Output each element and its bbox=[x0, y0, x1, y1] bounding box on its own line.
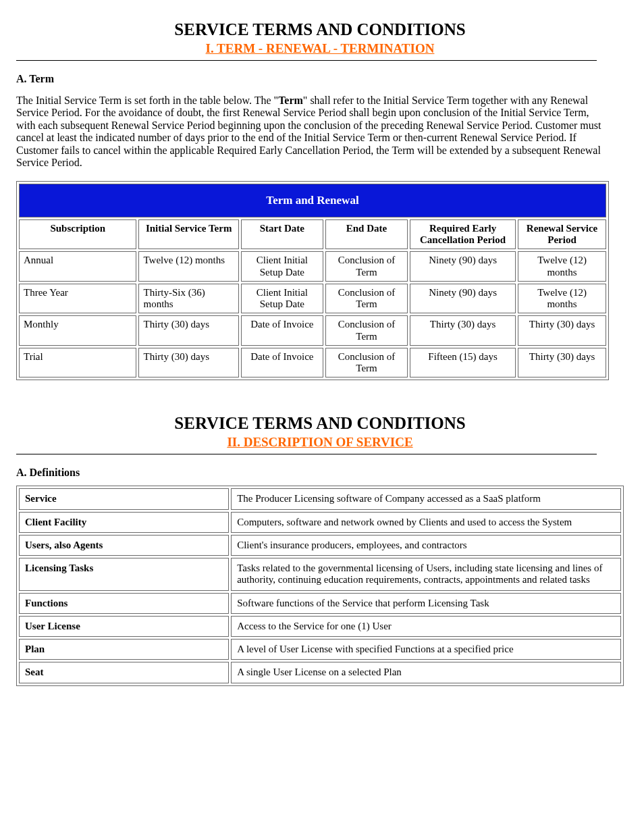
def-label: Functions bbox=[19, 593, 229, 614]
def-label: Users, also Agents bbox=[19, 535, 229, 556]
def-value: Computers, software and network owned by… bbox=[231, 512, 621, 533]
section1-paragraph: The Initial Service Term is set forth in… bbox=[16, 95, 609, 169]
table-row: Service The Producer Licensing software … bbox=[19, 488, 621, 509]
section-description-of-service: SERVICE TERMS AND CONDITIONS II. DESCRIP… bbox=[16, 414, 624, 685]
cell: Conclusion of Term bbox=[325, 315, 408, 346]
table-row: Users, also Agents Client's insurance pr… bbox=[19, 535, 621, 556]
def-label: Service bbox=[19, 488, 229, 509]
para-strong-term: Term bbox=[278, 95, 303, 106]
section-term-renewal-termination: SERVICE TERMS AND CONDITIONS I. TERM - R… bbox=[16, 20, 624, 380]
def-value: A level of User License with specified F… bbox=[231, 639, 621, 660]
cell: Twelve (12) months bbox=[518, 251, 606, 282]
table-row: Client Facility Computers, software and … bbox=[19, 512, 621, 533]
table-banner: Term and Renewal bbox=[19, 184, 606, 217]
cell: Client Initial Setup Date bbox=[241, 251, 323, 282]
section2-subheading: II. DESCRIPTION OF SERVICE bbox=[16, 435, 624, 450]
table-header-row: Subscription Initial Service Term Start … bbox=[19, 219, 606, 250]
cell: Date of Invoice bbox=[241, 315, 323, 346]
cell: Thirty (30) days bbox=[138, 348, 238, 378]
table-row: Monthly Thirty (30) days Date of Invoice… bbox=[19, 315, 606, 346]
section1-subheading: I. TERM - RENEWAL - TERMINATION bbox=[16, 41, 624, 56]
th-start-date: Start Date bbox=[241, 219, 323, 250]
def-label: Client Facility bbox=[19, 512, 229, 533]
cell: Conclusion of Term bbox=[325, 284, 408, 314]
cell: Thirty-Six (36) months bbox=[138, 284, 238, 314]
table-row: User License Access to the Service for o… bbox=[19, 616, 621, 637]
section2-divider bbox=[16, 454, 597, 454]
table-row: Seat A single User License on a selected… bbox=[19, 662, 621, 683]
cell: Ninety (90) days bbox=[410, 251, 516, 282]
th-initial-term: Initial Service Term bbox=[138, 219, 238, 250]
table-row: Three Year Thirty-Six (36) months Client… bbox=[19, 284, 606, 314]
cell: Ninety (90) days bbox=[410, 284, 516, 314]
def-label: Seat bbox=[19, 662, 229, 683]
cell: Monthly bbox=[19, 315, 136, 346]
def-label: Plan bbox=[19, 639, 229, 660]
cell: Thirty (30) days bbox=[138, 315, 238, 346]
table-row: Plan A level of User License with specif… bbox=[19, 639, 621, 660]
cell: Three Year bbox=[19, 284, 136, 314]
def-value: The Producer Licensing software of Compa… bbox=[231, 488, 621, 509]
definitions-table: Service The Producer Licensing software … bbox=[16, 486, 624, 685]
th-early-cancel: Required Early Cancellation Period bbox=[410, 219, 516, 250]
def-value: Software functions of the Service that p… bbox=[231, 593, 621, 614]
cell: Thirty (30) days bbox=[518, 315, 606, 346]
cell: Date of Invoice bbox=[241, 348, 323, 378]
def-value: Access to the Service for one (1) User bbox=[231, 616, 621, 637]
section2-lead: A. Definitions bbox=[16, 467, 624, 479]
cell: Client Initial Setup Date bbox=[241, 284, 323, 314]
section2-heading: SERVICE TERMS AND CONDITIONS bbox=[16, 414, 624, 434]
table-row: Licensing Tasks Tasks related to the gov… bbox=[19, 558, 621, 591]
cell: Fifteen (15) days bbox=[410, 348, 516, 378]
cell: Trial bbox=[19, 348, 136, 378]
table-row: Functions Software functions of the Serv… bbox=[19, 593, 621, 614]
table-row: Trial Thirty (30) days Date of Invoice C… bbox=[19, 348, 606, 378]
cell: Annual bbox=[19, 251, 136, 282]
cell: Conclusion of Term bbox=[325, 348, 408, 378]
section1-heading: SERVICE TERMS AND CONDITIONS bbox=[16, 20, 624, 40]
table-row: Annual Twelve (12) months Client Initial… bbox=[19, 251, 606, 282]
th-subscription: Subscription bbox=[19, 219, 136, 250]
th-end-date: End Date bbox=[325, 219, 408, 250]
cell: Conclusion of Term bbox=[325, 251, 408, 282]
cell: Twelve (12) months bbox=[138, 251, 238, 282]
def-value: A single User License on a selected Plan bbox=[231, 662, 621, 683]
th-renewal-period: Renewal Service Period bbox=[518, 219, 606, 250]
def-value: Client's insurance producers, employees,… bbox=[231, 535, 621, 556]
def-label: Licensing Tasks bbox=[19, 558, 229, 591]
def-label: User License bbox=[19, 616, 229, 637]
cell: Thirty (30) days bbox=[410, 315, 516, 346]
para-prefix: The Initial Service Term is set forth in… bbox=[16, 95, 278, 106]
cell: Thirty (30) days bbox=[518, 348, 606, 378]
section1-divider bbox=[16, 60, 597, 61]
def-value: Tasks related to the governmental licens… bbox=[231, 558, 621, 591]
cell: Twelve (12) months bbox=[518, 284, 606, 314]
term-renewal-table: Term and Renewal Subscription Initial Se… bbox=[16, 181, 609, 380]
table-banner-row: Term and Renewal bbox=[19, 184, 606, 217]
section1-lead: A. Term bbox=[16, 73, 624, 85]
